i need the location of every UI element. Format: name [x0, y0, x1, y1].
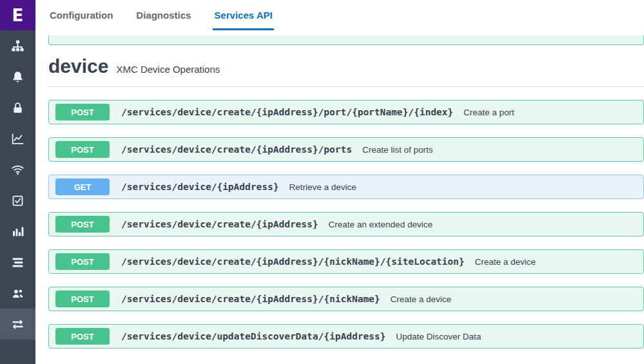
- sidebar-item-tasks[interactable]: [0, 185, 35, 216]
- endpoint-summary: Create a port: [463, 108, 514, 117]
- endpoint-row-create-port[interactable]: POST /services/device/create/{ipAddress}…: [48, 100, 644, 124]
- endpoint-summary: Retrieve a device: [289, 182, 356, 192]
- endpoint-path: /services/device/updateDiscoverData/{ipA…: [121, 331, 385, 341]
- method-badge: POST: [55, 104, 110, 120]
- endpoint-row-update-discover-data[interactable]: POST /services/device/updateDiscoverData…: [48, 324, 644, 349]
- method-badge: POST: [55, 328, 110, 345]
- sidebar-item-analytics[interactable]: [0, 123, 35, 154]
- endpoint-path: /services/device/create/{ipAddress}/port…: [121, 107, 453, 117]
- lock-icon: [11, 101, 24, 115]
- left-sidebar: [0, 30, 35, 364]
- top-bar: E Configuration Diagnostics Services API: [0, 0, 644, 30]
- sidebar-item-reports[interactable]: [0, 216, 35, 247]
- sidebar-item-inventory[interactable]: [0, 247, 35, 278]
- endpoint-path: /services/device/create/{ipAddress}: [121, 219, 318, 229]
- method-badge: POST: [55, 253, 110, 270]
- stacked-list-icon: [11, 256, 24, 269]
- endpoint-summary: Create list of ports: [362, 145, 433, 155]
- endpoint-summary: Create an extended device: [329, 220, 433, 229]
- top-tabs: Configuration Diagnostics Services API: [48, 0, 274, 30]
- logo-letter: E: [12, 7, 24, 24]
- method-badge: POST: [55, 141, 110, 158]
- swap-arrows-icon: [11, 318, 24, 331]
- sidebar-item-alarms[interactable]: [0, 61, 35, 92]
- section-header: device XMC Device Operations: [48, 55, 644, 77]
- sidebar-item-services-api[interactable]: [0, 309, 35, 340]
- method-badge: POST: [55, 291, 110, 307]
- section-divider: [48, 86, 644, 87]
- endpoint-row-create-device-site[interactable]: POST /services/device/create/{ipAddress}…: [48, 249, 644, 274]
- sidebar-item-sitemap[interactable]: [0, 30, 35, 61]
- endpoint-row-create-extended-device[interactable]: POST /services/device/create/{ipAddress}…: [48, 212, 644, 236]
- endpoint-path: /services/device/create/{ipAddress}/port…: [121, 144, 352, 155]
- sitemap-icon: [11, 39, 24, 53]
- sidebar-item-users[interactable]: [0, 278, 35, 309]
- wifi-icon: [11, 163, 24, 177]
- method-badge: POST: [55, 216, 110, 233]
- endpoint-path: /services/device/create/{ipAddress}/{nic…: [121, 294, 380, 304]
- checkbox-icon: [11, 194, 24, 207]
- tab-services-api[interactable]: Services API: [213, 0, 273, 30]
- tab-configuration[interactable]: Configuration: [48, 0, 114, 30]
- app-logo[interactable]: E: [0, 0, 35, 30]
- endpoint-summary: Create a device: [391, 294, 452, 304]
- endpoint-row-create-device-nickname[interactable]: POST /services/device/create/{ipAddress}…: [48, 287, 644, 311]
- endpoint-path: /services/device/{ipAddress}: [121, 182, 278, 192]
- bell-icon: [11, 70, 24, 84]
- section-subtitle: XMC Device Operations: [116, 64, 220, 75]
- main-content: device XMC Device Operations POST /servi…: [35, 30, 644, 364]
- tab-diagnostics[interactable]: Diagnostics: [135, 0, 192, 30]
- endpoint-summary: Create a device: [475, 257, 536, 267]
- endpoint-path: /services/device/create/{ipAddress}/{nic…: [121, 256, 465, 267]
- endpoint-row-create-ports[interactable]: POST /services/device/create/{ipAddress}…: [48, 137, 644, 162]
- endpoint-summary: Update Discover Data: [396, 332, 481, 341]
- sidebar-item-security[interactable]: [0, 92, 35, 123]
- method-badge: GET: [55, 178, 110, 195]
- sidebar-item-wireless[interactable]: [0, 154, 35, 185]
- endpoint-row-get-device[interactable]: GET /services/device/{ipAddress} Retriev…: [48, 175, 644, 199]
- bar-chart-icon: [11, 225, 24, 238]
- endpoint-row-partial[interactable]: [48, 35, 644, 45]
- line-chart-icon: [11, 132, 24, 146]
- section-title: device: [48, 55, 108, 77]
- users-icon: [11, 287, 24, 300]
